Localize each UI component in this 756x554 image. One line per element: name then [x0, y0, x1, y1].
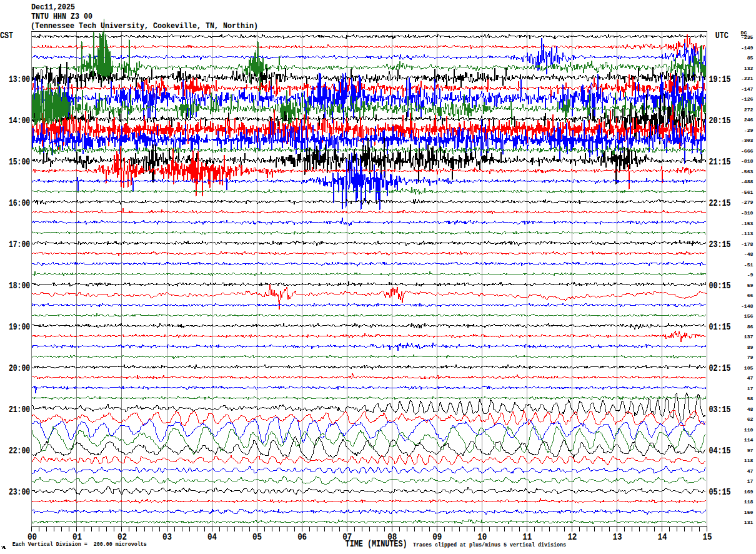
- svg-text:Each Vertical Division = 200.: Each Vertical Division = 200.00 microvol…: [12, 541, 147, 548]
- svg-text:58: 58: [747, 396, 754, 401]
- svg-text:-126: -126: [741, 96, 754, 102]
- svg-text:-51: -51: [744, 262, 754, 268]
- svg-text:-303: -303: [741, 138, 754, 143]
- svg-text:246: 246: [744, 117, 754, 123]
- svg-text:19:15: 19:15: [709, 74, 731, 85]
- svg-text:CST: CST: [0, 31, 13, 41]
- svg-text:06: 06: [297, 532, 307, 543]
- svg-text:17: 17: [747, 478, 754, 484]
- svg-text:-29: -29: [744, 128, 754, 133]
- svg-text:04:15: 04:15: [709, 446, 731, 456]
- svg-text:03:15: 03:15: [709, 405, 731, 415]
- svg-text:-221: -221: [741, 76, 754, 81]
- svg-text:150: 150: [744, 510, 754, 515]
- svg-text:17:00: 17:00: [9, 239, 30, 250]
- svg-text:-148: -148: [741, 303, 754, 309]
- svg-text:21:15: 21:15: [709, 157, 731, 168]
- svg-text:-666: -666: [741, 148, 754, 154]
- svg-text:272: 272: [744, 107, 754, 113]
- svg-text:21:00: 21:00: [9, 405, 30, 415]
- svg-text:05:15: 05:15: [709, 487, 731, 498]
- svg-text:20:15: 20:15: [709, 116, 731, 126]
- svg-text:-563: -563: [741, 169, 754, 174]
- svg-text:10: 10: [477, 532, 487, 543]
- svg-text:-147: -147: [741, 86, 754, 92]
- svg-text:-310: -310: [741, 210, 754, 216]
- svg-text:-153: -153: [741, 221, 754, 226]
- svg-text:01:15: 01:15: [709, 322, 731, 333]
- svg-text:132: 132: [744, 66, 754, 71]
- svg-text:09: 09: [432, 532, 442, 543]
- svg-text:137: 137: [744, 334, 754, 340]
- svg-text:97: 97: [747, 448, 754, 453]
- svg-text:-178: -178: [741, 241, 754, 247]
- svg-text:13:00: 13:00: [9, 74, 30, 85]
- svg-text:16:00: 16:00: [9, 198, 30, 209]
- svg-text:05: 05: [252, 532, 262, 543]
- svg-text:89: 89: [747, 345, 754, 350]
- svg-text:110: 110: [744, 427, 754, 433]
- svg-text:62: 62: [747, 416, 754, 422]
- svg-text:17: 17: [747, 386, 754, 391]
- svg-text:Dec11,2025: Dec11,2025: [31, 3, 75, 12]
- svg-text:TNTU HHN Z3 00: TNTU HHN Z3 00: [31, 12, 92, 21]
- svg-text:22:00: 22:00: [9, 446, 30, 456]
- svg-text:-561: -561: [741, 189, 754, 195]
- svg-text:86: 86: [747, 324, 754, 330]
- svg-text:04: 04: [207, 532, 217, 543]
- svg-text:23:00: 23:00: [9, 487, 30, 498]
- svg-text:59: 59: [747, 283, 754, 288]
- svg-text:22:15: 22:15: [709, 198, 731, 209]
- svg-text:TIME (MINUTES): TIME (MINUTES): [346, 539, 407, 550]
- svg-text:15: 15: [703, 532, 712, 543]
- svg-text:18:00: 18:00: [9, 281, 30, 291]
- svg-text:-279: -279: [741, 199, 754, 205]
- svg-text:47: 47: [747, 375, 754, 381]
- svg-text:131: 131: [744, 520, 754, 525]
- svg-text:UTC: UTC: [715, 31, 729, 41]
- svg-text:85: 85: [747, 55, 754, 61]
- svg-text:20:00: 20:00: [9, 363, 30, 374]
- svg-text:-235: -235: [741, 34, 754, 40]
- svg-text:00:15: 00:15: [709, 281, 731, 291]
- svg-text:66: 66: [747, 293, 754, 298]
- svg-text:169: 169: [744, 489, 754, 495]
- svg-text:-818: -818: [741, 158, 754, 164]
- svg-text:13: 13: [612, 532, 622, 543]
- svg-text:-9: -9: [747, 272, 754, 278]
- svg-text:118: 118: [744, 458, 754, 463]
- svg-text:-113: -113: [741, 231, 754, 236]
- svg-text:(Tennessee Tech University, Co: (Tennessee Tech University, Cookeville, …: [31, 21, 258, 31]
- svg-text:-48: -48: [744, 251, 754, 257]
- svg-text:114: 114: [744, 437, 754, 443]
- svg-text:14: 14: [657, 532, 667, 543]
- svg-text:48: 48: [747, 406, 754, 412]
- svg-text:14:00: 14:00: [9, 116, 30, 126]
- svg-text:02:15: 02:15: [709, 363, 731, 374]
- svg-text:03: 03: [162, 532, 172, 543]
- svg-text:47: 47: [747, 468, 754, 474]
- svg-text:79: 79: [747, 355, 754, 360]
- svg-text:11: 11: [522, 532, 532, 543]
- svg-text:19:00: 19:00: [9, 322, 30, 333]
- svg-text:156: 156: [744, 313, 754, 319]
- svg-text:Traces clipped at plus/minus 5: Traces clipped at plus/minus 5 vertical …: [413, 542, 566, 548]
- svg-text:12: 12: [567, 532, 577, 543]
- svg-text:15:00: 15:00: [9, 157, 30, 168]
- svg-text:-488: -488: [741, 179, 754, 184]
- svg-text:23:15: 23:15: [709, 239, 731, 250]
- svg-text:-149: -149: [741, 45, 754, 51]
- svg-text:105: 105: [744, 365, 754, 371]
- svg-text:118: 118: [744, 499, 754, 505]
